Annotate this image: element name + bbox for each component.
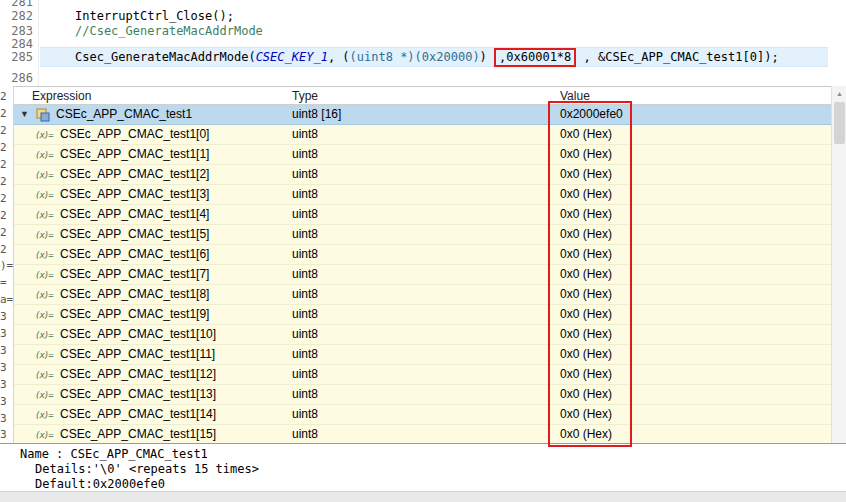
table-row[interactable]: (x)=CSEc_APP_CMAC_test1[3]uint80x0 (Hex): [14, 185, 831, 205]
code-line: 282InterruptCtrl_Close();: [0, 8, 846, 24]
expression-name: CSEc_APP_CMAC_test1[0]: [60, 125, 209, 144]
column-header-type[interactable]: Type: [292, 89, 318, 103]
clipped-glyph: 3: [0, 395, 13, 409]
scroll-up-arrow-icon[interactable]: ▲: [832, 86, 846, 101]
expression-name: CSEc_APP_CMAC_test1[5]: [60, 225, 209, 244]
clipped-glyph: 2: [0, 158, 13, 172]
expression-type: uint8: [292, 225, 318, 244]
expression-name: CSEc_APP_CMAC_test1[1]: [60, 145, 209, 164]
expression-type: uint8: [292, 265, 318, 284]
table-row[interactable]: (x)=CSEc_APP_CMAC_test1[0]uint80x0 (Hex): [14, 125, 831, 145]
table-row[interactable]: (x)=CSEc_APP_CMAC_test1[6]uint80x0 (Hex): [14, 245, 831, 265]
expression-name: CSEc_APP_CMAC_test1[12]: [60, 365, 216, 384]
expression-name: CSEc_APP_CMAC_test1[11]: [60, 345, 215, 364]
variable-icon: (x)=: [35, 206, 53, 225]
expression-type: uint8: [292, 285, 318, 304]
expression-name: CSEc_APP_CMAC_test1[2]: [60, 165, 209, 184]
table-row[interactable]: (x)=CSEc_APP_CMAC_test1[11]uint80x0 (Hex…: [14, 345, 831, 365]
expression-name: CSEc_APP_CMAC_test1: [56, 105, 192, 124]
expression-type: uint8: [292, 125, 318, 144]
cast-token: (uint8 *)(0x20000): [350, 50, 480, 64]
clipped-glyph: 3: [0, 361, 13, 375]
detail-default-line: Default:0x2000efe0: [20, 477, 846, 491]
expression-type: uint8: [292, 165, 318, 184]
clipped-glyph: 3: [0, 428, 13, 442]
clipped-glyph: a=: [0, 293, 13, 307]
expression-value: 0x0 (Hex): [560, 205, 612, 224]
table-header: Expression Type Value: [14, 87, 831, 105]
expression-type: uint8: [292, 185, 318, 204]
table-row[interactable]: (x)=CSEc_APP_CMAC_test1[10]uint80x0 (Hex…: [14, 325, 831, 345]
expression-value: 0x0 (Hex): [560, 165, 612, 184]
variable-icon: (x)=: [35, 226, 53, 245]
expression-type: uint8: [292, 145, 318, 164]
expression-name: CSEc_APP_CMAC_test1[15]: [60, 425, 216, 443]
clipped-glyph: 2: [0, 107, 13, 121]
expression-value: 0x2000efe0: [560, 105, 623, 124]
expression-name: CSEc_APP_CMAC_test1[14]: [60, 405, 216, 424]
variable-icon: (x)=: [35, 406, 53, 425]
expression-value: 0x0 (Hex): [560, 305, 612, 324]
detail-details-line: Details:'\0' <repeats 15 times>: [20, 462, 846, 477]
variable-icon: (x)=: [35, 266, 53, 285]
expression-value: 0x0 (Hex): [560, 265, 612, 284]
table-row[interactable]: (x)=CSEc_APP_CMAC_test1[1]uint80x0 (Hex): [14, 145, 831, 165]
detail-name-line: Name : CSEc_APP_CMAC_test1: [20, 447, 846, 462]
macro-token: CSEC_KEY_1: [256, 50, 328, 64]
code-line-current: 285Csec_GenerateMacAddrMode(CSEC_KEY_1, …: [0, 49, 846, 65]
clipped-glyph: =: [0, 276, 13, 290]
variable-icon: (x)=: [35, 146, 53, 165]
expression-name: CSEc_APP_CMAC_test1[8]: [60, 285, 209, 304]
table-row[interactable]: (x)=CSEc_APP_CMAC_test1[4]uint80x0 (Hex): [14, 205, 831, 225]
table-row[interactable]: (x)=CSEc_APP_CMAC_test1[14]uint80x0 (Hex…: [14, 405, 831, 425]
clipped-glyph: 2: [0, 226, 13, 240]
expression-value: 0x0 (Hex): [560, 405, 612, 424]
expression-value: 0x0 (Hex): [560, 385, 612, 404]
code-editor[interactable]: 281 282InterruptCtrl_Close(); 283//Csec_…: [0, 0, 846, 86]
table-row[interactable]: (x)=CSEc_APP_CMAC_test1[13]uint80x0 (Hex…: [14, 385, 831, 405]
expression-value: 0x0 (Hex): [560, 425, 612, 443]
column-header-expression[interactable]: Expression: [32, 89, 91, 103]
code-text: InterruptCtrl_Close();: [75, 8, 234, 24]
clipped-glyph: 3: [0, 378, 13, 392]
variable-icon: (x)=: [35, 346, 53, 365]
variable-icon: (x)=: [35, 326, 53, 345]
expression-value: 0x0 (Hex): [560, 345, 612, 364]
table-row[interactable]: (x)=CSEc_APP_CMAC_test1[8]uint80x0 (Hex): [14, 285, 831, 305]
expression-type: uint8: [292, 365, 318, 384]
expression-name: CSEc_APP_CMAC_test1[10]: [60, 325, 216, 344]
variable-icon: (x)=: [35, 386, 53, 405]
array-variable-icon: [36, 108, 50, 122]
expression-value: 0x0 (Hex): [560, 185, 612, 204]
scrollbar-thumb[interactable]: [834, 102, 845, 144]
clipped-glyph: 2: [0, 243, 13, 257]
variable-details-pane[interactable]: Name : CSEc_APP_CMAC_test1 Details:'\0' …: [0, 443, 846, 491]
expression-name: CSEc_APP_CMAC_test1[9]: [60, 305, 209, 324]
clipped-glyph: 2: [0, 141, 13, 155]
clipped-glyph: 3: [0, 344, 13, 358]
table-row[interactable]: (x)=CSEc_APP_CMAC_test1[2]uint80x0 (Hex): [14, 165, 831, 185]
expression-value: 0x0 (Hex): [560, 125, 612, 144]
expression-type: uint8: [292, 245, 318, 264]
table-row[interactable]: (x)=CSEc_APP_CMAC_test1[7]uint80x0 (Hex): [14, 265, 831, 285]
variable-icon: (x)=: [35, 426, 53, 443]
table-row[interactable]: (x)=CSEc_APP_CMAC_test1[5]uint80x0 (Hex): [14, 225, 831, 245]
expander-icon[interactable]: ▼: [20, 105, 29, 124]
clipped-glyph: 2: [0, 90, 13, 104]
table-row[interactable]: (x)=CSEc_APP_CMAC_test1[9]uint80x0 (Hex): [14, 305, 831, 325]
expression-type: uint8: [292, 205, 318, 224]
table-row-parent[interactable]: ▼ CSEc_APP_CMAC_test1 uint8 [16] 0x2000e…: [14, 105, 831, 125]
expression-value: 0x0 (Hex): [560, 145, 612, 164]
red-annotation-box-code: ,0x60001*8: [494, 48, 576, 67]
expression-name: CSEc_APP_CMAC_test1[13]: [60, 385, 216, 404]
clipped-glyph: 2: [0, 192, 13, 206]
variable-icon: (x)=: [35, 166, 53, 185]
clipped-glyph: )=: [0, 259, 13, 273]
expression-type: uint8: [292, 305, 318, 324]
clipped-glyph: 2: [0, 209, 13, 223]
variable-icon: (x)=: [35, 286, 53, 305]
table-row[interactable]: (x)=CSEc_APP_CMAC_test1[15]uint80x0 (Hex…: [14, 425, 831, 443]
table-row[interactable]: (x)=CSEc_APP_CMAC_test1[12]uint80x0 (Hex…: [14, 365, 831, 385]
column-header-value[interactable]: Value: [560, 89, 590, 103]
vertical-scrollbar[interactable]: ▲: [831, 86, 846, 443]
